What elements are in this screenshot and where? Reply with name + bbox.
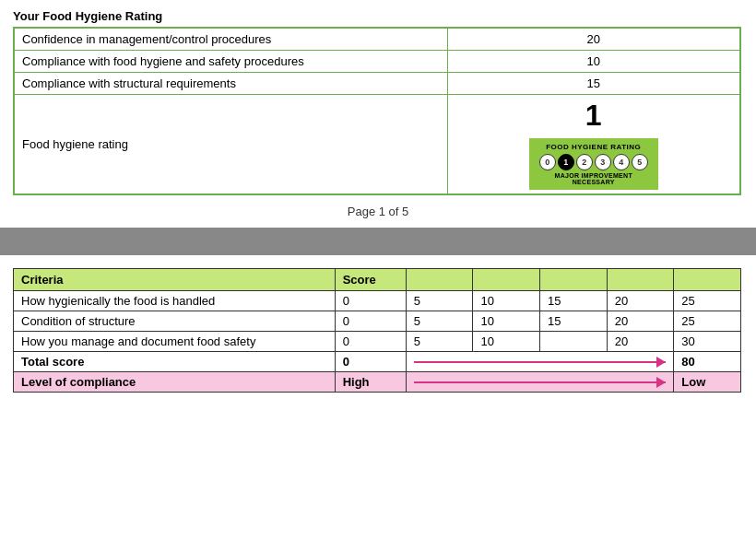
score-25: 25 — [674, 311, 741, 332]
score-0: 0 — [335, 311, 406, 332]
compliance-arrow — [414, 373, 667, 392]
criteria-label: How hygienically the food is handled — [14, 291, 336, 311]
criteria-label: Condition of structure — [14, 311, 336, 332]
big-rating-number: 1 — [455, 99, 733, 133]
score-30: 30 — [674, 332, 741, 352]
score-25: 25 — [674, 291, 741, 311]
row-score-with-badge: 1 FOOD HYGIENE RATING 0 1 2 3 4 5 — [447, 95, 740, 195]
score-5: 5 — [406, 291, 473, 311]
compliance-row: Level of compliance High Low — [14, 372, 741, 393]
score-0: 0 — [335, 291, 406, 311]
food-hygiene-rating-row: Food hygiene rating 1 FOOD HYGIENE RATIN… — [14, 95, 740, 195]
table-header-row: Criteria Score — [14, 269, 741, 291]
col-header-3 — [473, 269, 540, 291]
col-header-5 — [607, 269, 674, 291]
fhr-num-4: 4 — [613, 154, 630, 170]
criteria-table: Criteria Score How hygienically the food… — [13, 268, 741, 393]
row-label: Compliance with food hygiene and safety … — [14, 51, 447, 73]
score-20: 20 — [607, 311, 674, 332]
rating-table: Confidence in management/control procedu… — [13, 27, 741, 195]
fhr-subtitle: MAJOR IMPROVEMENT NECESSARY — [536, 172, 652, 185]
table-row: Compliance with food hygiene and safety … — [14, 51, 740, 73]
fhr-num-5: 5 — [632, 154, 648, 170]
compliance-arrow-cell — [406, 372, 674, 393]
score-header: Score — [335, 269, 406, 291]
criteria-row-3: How you manage and document food safety … — [14, 332, 741, 352]
row-label: Confidence in management/control procedu… — [14, 28, 447, 51]
score-5: 5 — [406, 311, 473, 332]
arrow-tip-icon — [656, 357, 666, 368]
top-section: Your Food Hygiene Rating Confidence in m… — [0, 0, 756, 218]
rating-title: Your Food Hygiene Rating — [13, 9, 743, 23]
score-15: 15 — [540, 291, 608, 311]
row-score: 15 — [447, 73, 740, 95]
col-header-6 — [674, 269, 741, 291]
score-10: 10 — [473, 291, 540, 311]
divider-bar — [0, 228, 756, 255]
score-20: 20 — [607, 332, 674, 352]
fhr-numbers: 0 1 2 3 4 5 — [536, 154, 652, 170]
total-score-value: 0 — [335, 352, 406, 372]
fhr-badge-container: FOOD HYGIENE RATING 0 1 2 3 4 5 MAJOR IM… — [455, 138, 733, 190]
fhr-num-2: 2 — [576, 154, 593, 170]
row-score: 10 — [447, 51, 740, 73]
fhr-num-3: 3 — [595, 154, 611, 170]
criteria-header: Criteria — [14, 269, 336, 291]
compliance-low: Low — [674, 372, 741, 393]
total-score-right: 80 — [674, 352, 741, 372]
bottom-section: Criteria Score How hygienically the food… — [0, 255, 756, 393]
fhr-num-0: 0 — [539, 154, 556, 170]
score-10: 10 — [473, 311, 540, 332]
compliance-arrow-tip-icon — [656, 377, 666, 388]
total-score-row: Total score 0 80 — [14, 352, 741, 372]
criteria-row-1: How hygienically the food is handled 0 5… — [14, 291, 741, 311]
fhr-badge-title: FOOD HYGIENE RATING — [536, 143, 652, 151]
score-20: 20 — [607, 291, 674, 311]
criteria-row-2: Condition of structure 0 5 10 15 20 25 — [14, 311, 741, 332]
score-empty — [540, 332, 608, 352]
page-indicator: Page 1 of 5 — [13, 205, 743, 218]
row-score: 20 — [447, 28, 740, 51]
compliance-high: High — [335, 372, 406, 393]
fhr-badge: FOOD HYGIENE RATING 0 1 2 3 4 5 MAJOR IM… — [529, 138, 658, 190]
score-0: 0 — [335, 332, 406, 352]
row-label: Food hygiene rating — [14, 95, 447, 195]
score-15: 15 — [540, 311, 608, 332]
table-row: Confidence in management/control procedu… — [14, 28, 740, 51]
fhr-num-1: 1 — [558, 154, 574, 170]
score-5: 5 — [406, 332, 473, 352]
total-arrow-cell — [406, 352, 674, 372]
table-row: Compliance with structural requirements … — [14, 73, 740, 95]
total-arrow — [414, 353, 667, 371]
total-label: Total score — [14, 352, 336, 372]
compliance-label: Level of compliance — [14, 372, 336, 393]
criteria-label: How you manage and document food safety — [14, 332, 336, 352]
col-header-2 — [406, 269, 473, 291]
col-header-4 — [540, 269, 608, 291]
row-label: Compliance with structural requirements — [14, 73, 447, 95]
score-10: 10 — [473, 332, 540, 352]
